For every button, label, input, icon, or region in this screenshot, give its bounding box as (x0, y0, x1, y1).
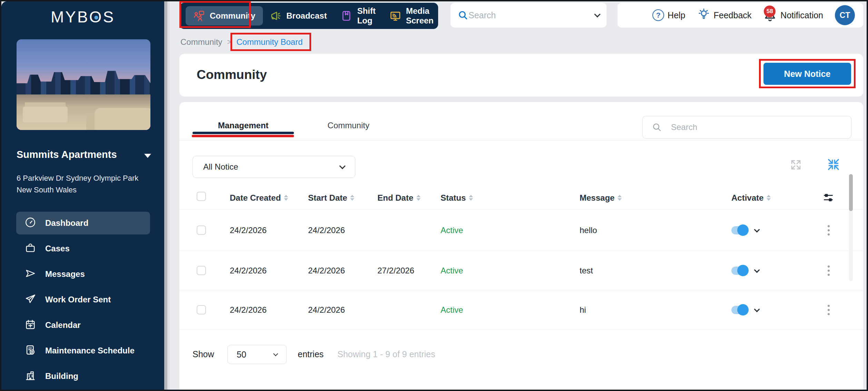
pagination-bar: Show 50 entries Showing 1 - 9 of 9 entri… (179, 345, 863, 364)
search-icon (457, 10, 468, 21)
row-menu-kebab-icon[interactable] (825, 305, 833, 315)
help-button[interactable]: ? Help (652, 9, 685, 21)
global-search-input[interactable] (468, 10, 595, 20)
sidebar-item-label: Cases (45, 244, 70, 253)
topnav-item-shift-log[interactable]: Shift Log (334, 6, 382, 26)
page-title: Community (197, 68, 267, 82)
sort-icon[interactable] (284, 195, 288, 201)
terrace-table-graphic (23, 107, 68, 122)
building-switcher-caret-icon[interactable] (144, 154, 151, 158)
address-line-1: 6 Parkview Dr Sydney Olympic Park (17, 172, 151, 184)
top-module-nav: Community Broadcast Shift Log Media Scre… (179, 3, 438, 29)
building-photo (17, 39, 150, 130)
chevron-down-icon[interactable] (754, 267, 760, 273)
row-checkbox[interactable] (197, 225, 206, 235)
cell-date-created: 24/2/2026 (230, 266, 308, 275)
row-menu-kebab-icon[interactable] (825, 265, 833, 276)
sidebar-item-messages[interactable]: Messages (16, 263, 150, 285)
column-header-activate[interactable]: Activate (731, 193, 863, 203)
book-bookmark-icon (341, 10, 352, 22)
topnav-item-media-screen[interactable]: Media Screen (383, 6, 441, 26)
breadcrumb-current[interactable]: Community Board (236, 37, 303, 47)
app-window: MYBOS Summits Apartments 6 Parkview Dr S… (0, 0, 868, 391)
expand-table-icon[interactable] (790, 159, 802, 171)
collapse-table-icon[interactable] (827, 158, 840, 171)
user-avatar[interactable]: CT (835, 5, 855, 25)
address-line-2: New South Wales (17, 184, 151, 196)
sidebar-item-cases[interactable]: Cases (16, 237, 150, 260)
sort-icon[interactable] (767, 195, 771, 201)
chevron-down-icon[interactable] (754, 227, 760, 232)
sort-icon[interactable] (618, 195, 622, 201)
chevron-down-icon[interactable] (754, 306, 760, 312)
building-name[interactable]: Summits Apartments (17, 149, 134, 160)
sidebar-item-label: Building (45, 371, 78, 381)
page-header-card: Community New Notice (179, 54, 863, 97)
topnav-item-community[interactable]: Community (186, 6, 263, 26)
row-menu-kebab-icon[interactable] (825, 225, 833, 235)
sidebar-item-building[interactable]: Building (16, 365, 150, 388)
lightbulb-icon (697, 8, 710, 23)
help-icon: ? (652, 9, 664, 21)
cell-message: hello (580, 225, 731, 235)
row-checkbox[interactable] (197, 266, 206, 275)
select-all-checkbox[interactable] (197, 192, 206, 201)
feedback-label: Feedback (714, 10, 752, 20)
sidebar-item-label: Calendar (45, 320, 81, 330)
row-checkbox[interactable] (197, 305, 206, 314)
column-header-date-created[interactable]: Date Created (230, 193, 308, 203)
cell-message: test (580, 266, 731, 275)
tab-community[interactable]: Community (324, 117, 373, 134)
column-header-status[interactable]: Status (441, 193, 580, 203)
notice-filter-select[interactable]: All Notice (193, 156, 355, 178)
cell-end-date: 27/2/2026 (377, 266, 441, 275)
sidebar-item-label: Work Order Sent (45, 295, 111, 304)
table-search-input[interactable] (671, 122, 842, 132)
notification-button[interactable]: 58 Notification (763, 8, 823, 22)
breadcrumb-separator: > (227, 38, 231, 47)
topnav-item-label: Community (210, 11, 255, 21)
sort-icon[interactable] (469, 195, 473, 201)
calendar-icon (24, 319, 36, 332)
topnav-item-label: Media Screen (406, 6, 434, 26)
sidebar-scrollbar[interactable] (164, 1, 170, 390)
logo-o-dot: O (89, 8, 103, 26)
sort-icon[interactable] (416, 195, 421, 201)
media-screen-icon (389, 10, 401, 22)
megaphone-icon (270, 10, 282, 22)
cell-message: hi (580, 305, 731, 315)
column-header-message[interactable]: Message (580, 193, 731, 203)
topnav-item-label: Shift Log (357, 6, 375, 26)
breadcrumb-parent[interactable]: Community (180, 37, 222, 47)
page-size-select[interactable]: 50 (227, 345, 287, 364)
cell-status: Active (441, 266, 580, 275)
sidebar-item-dashboard[interactable]: Dashboard (16, 212, 150, 234)
activate-toggle[interactable] (731, 226, 747, 234)
table-scrollbar-thumb[interactable] (849, 174, 853, 211)
sidebar-item-maintenance-schedule[interactable]: Maintenance Schedule (16, 339, 150, 362)
column-header-start-date[interactable]: Start Date (308, 193, 377, 203)
table-row: 24/2/2026 24/2/2026 Active hi (179, 290, 863, 330)
terrace-sofa-graphic (95, 108, 150, 130)
tab-management[interactable]: Management (193, 117, 294, 134)
sidebar-item-label: Dashboard (45, 218, 88, 228)
sidebar-item-label: Maintenance Schedule (45, 346, 135, 355)
activate-toggle[interactable] (731, 267, 747, 275)
sidebar: MYBOS Summits Apartments 6 Parkview Dr S… (1, 1, 164, 390)
table-search (642, 116, 851, 139)
entries-summary: Showing 1 - 9 of 9 entries (337, 349, 435, 359)
sidebar-item-work-order-sent[interactable]: Work Order Sent (16, 288, 150, 311)
new-notice-button[interactable]: New Notice (763, 63, 851, 85)
show-label: Show (193, 349, 214, 359)
cell-status: Active (441, 305, 580, 315)
sort-icon[interactable] (350, 195, 354, 201)
entries-label: entries (298, 349, 324, 359)
activate-toggle[interactable] (731, 306, 747, 314)
sidebar-item-calendar[interactable]: Calendar (16, 314, 150, 337)
building-address: 6 Parkview Dr Sydney Olympic Park New So… (17, 172, 151, 196)
feedback-button[interactable]: Feedback (697, 8, 752, 23)
topnav-item-broadcast[interactable]: Broadcast (263, 10, 334, 22)
column-settings-icon[interactable] (822, 192, 834, 203)
column-header-end-date[interactable]: End Date (377, 193, 441, 203)
chevron-down-icon[interactable] (594, 11, 600, 17)
